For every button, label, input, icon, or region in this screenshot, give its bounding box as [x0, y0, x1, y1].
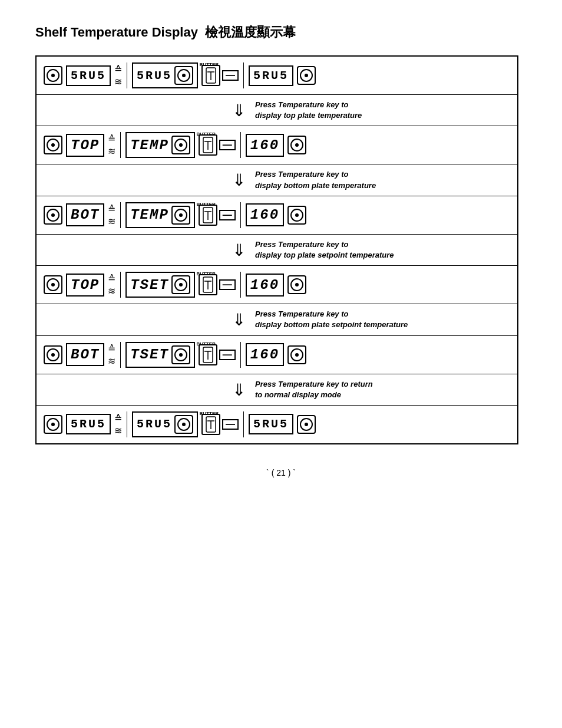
arrow-row-4: ⇓ Press Temperature key to display botto… — [37, 304, 517, 335]
display-row-6: 5RU5 ≙ ≋ 5RU5 BUTTER — [37, 406, 517, 443]
arrow-row-1: ⇓ Press Temperature key to display top p… — [37, 95, 517, 126]
left-display-5: BOT — [66, 343, 104, 366]
dash-icon-1: — — [222, 70, 239, 81]
temp-key-2: BUTTER — [199, 134, 217, 156]
arrow-text-3: Press Temperature key to display top pla… — [255, 239, 394, 261]
display-row-3: BOT ≙ ≋ TEMP BUTTER — [37, 196, 517, 235]
up-down-arrows-5: ≙ ≋ — [108, 343, 115, 367]
down-arrow-5: ⇓ — [232, 380, 246, 400]
center-display-1: 5RU5 — [132, 62, 198, 88]
circle-icon-right-4 — [287, 275, 306, 294]
dash-icon-5: — — [219, 350, 236, 360]
page-title: Shelf Temperature Display 檢視溫度顯示幕 — [35, 24, 527, 41]
right-display-3: 160 — [246, 203, 284, 226]
down-arrow-3: ⇓ — [232, 241, 246, 260]
up-down-arrows-4: ≙ ≋ — [108, 273, 115, 297]
display-row-5: BOT ≙ ≋ TSET BUTTER — [37, 336, 517, 374]
left-display-4: TOP — [66, 274, 104, 297]
arrow-row-2: ⇓ Press Temperature key to display botto… — [37, 164, 517, 196]
dash-icon-4: — — [219, 279, 236, 290]
up-down-arrows-3: ≙ ≋ — [108, 203, 115, 227]
circle-icon-center-5 — [171, 345, 190, 364]
circle-icon-right-2 — [287, 136, 306, 154]
right-display-1: 5RU5 — [249, 65, 293, 86]
down-arrow-4: ⇓ — [232, 310, 246, 330]
down-arrow-1: ⇓ — [232, 101, 246, 120]
left-display-6: 5RU5 — [66, 414, 111, 434]
temp-key-6: BUTTER — [201, 414, 220, 435]
center-display-3: TEMP — [125, 202, 195, 228]
center-display-6: 5RU5 — [132, 411, 198, 437]
right-display-6: 5RU5 — [249, 414, 293, 434]
circle-icon-center-3 — [171, 206, 190, 225]
left-display-2: TOP — [66, 134, 104, 157]
diagram-container: 5RU5 ≙ ≋ 5RU5 BUTTER — [35, 55, 518, 444]
arrow-row-5: ⇓ Press Temperature key to return to nor… — [37, 374, 517, 406]
circle-icon-left-3 — [44, 206, 62, 225]
circle-icon-left-1 — [44, 66, 62, 85]
circle-icon-left-4 — [44, 275, 62, 294]
up-down-arrows-2: ≙ ≋ — [108, 133, 115, 157]
right-display-4: 160 — [246, 274, 284, 297]
dash-icon-3: — — [219, 210, 236, 220]
circle-icon-center-2 — [171, 136, 190, 154]
display-row-2: TOP ≙ ≋ TEMP BUTTER — [37, 126, 517, 164]
center-display-2: TEMP — [125, 132, 195, 158]
circle-icon-center-6 — [174, 415, 193, 434]
page-number: ` ( 21 ) ` — [35, 468, 527, 477]
temp-key-5: BUTTER — [199, 344, 217, 365]
display-row-4: TOP ≙ ≋ TSET BUTTER — [37, 266, 517, 304]
circle-icon-right-5 — [287, 345, 306, 364]
circle-icon-left-2 — [44, 136, 62, 154]
arrow-text-1: Press Temperature key to display top pla… — [255, 100, 362, 121]
temp-key-3: BUTTER — [199, 205, 217, 226]
right-display-2: 160 — [246, 134, 284, 157]
up-down-arrows-1: ≙ ≋ — [114, 64, 122, 87]
circle-icon-center-4 — [171, 275, 190, 294]
arrow-text-2: Press Temperature key to display bottom … — [255, 169, 376, 190]
right-display-5: 160 — [246, 343, 284, 366]
circle-icon-left-5 — [44, 345, 62, 364]
circle-icon-right-1 — [297, 66, 316, 85]
circle-icon-right-3 — [287, 206, 306, 225]
circle-icon-left-6 — [44, 415, 62, 434]
dash-icon-6: — — [222, 419, 239, 430]
arrow-text-5: Press Temperature key to return to norma… — [255, 379, 373, 400]
center-display-5: TSET — [125, 342, 195, 368]
left-display-1: 5RU5 — [66, 65, 111, 86]
dash-icon-2: — — [219, 140, 236, 150]
arrow-row-3: ⇓ Press Temperature key to display top p… — [37, 235, 517, 266]
up-down-arrows-6: ≙ ≋ — [114, 413, 122, 436]
circle-icon-right-6 — [297, 415, 316, 434]
temp-key-4: BUTTER — [199, 274, 217, 295]
left-display-3: BOT — [66, 203, 104, 226]
center-display-4: TSET — [125, 272, 195, 298]
circle-icon-center-1 — [174, 66, 193, 85]
temp-key-1: BUTTER — [201, 65, 220, 86]
arrow-text-4: Press Temperature key to display bottom … — [255, 309, 408, 330]
display-row-1: 5RU5 ≙ ≋ 5RU5 BUTTER — [37, 57, 517, 95]
down-arrow-2: ⇓ — [232, 170, 246, 190]
